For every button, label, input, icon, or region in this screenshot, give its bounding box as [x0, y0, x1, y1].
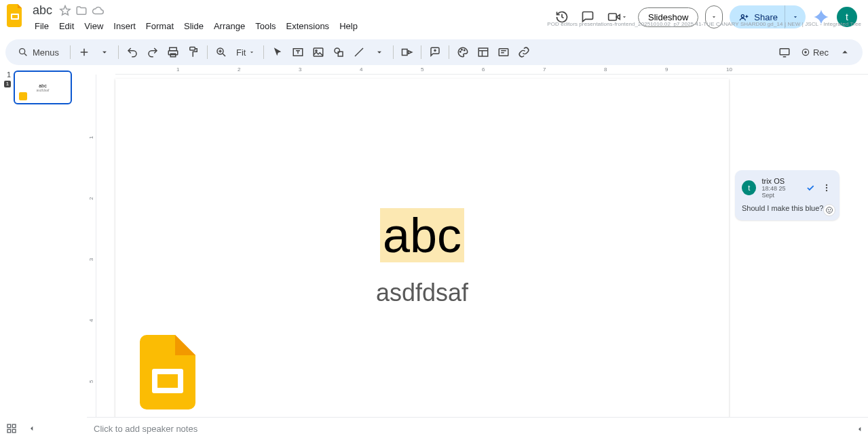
menu-help[interactable]: Help: [335, 19, 362, 33]
grid-view-icon[interactable]: [4, 421, 19, 436]
line-dropdown[interactable]: [370, 43, 389, 62]
star-icon[interactable]: [59, 5, 71, 17]
comment-timestamp: 18:48 25 Sept: [761, 185, 799, 199]
svg-rect-32: [7, 424, 11, 428]
canvas-area: 1 2 3 4 5 6 7 8 9 10 1 2 3 4 5 abc asdfd…: [87, 65, 868, 440]
svg-point-12: [316, 50, 317, 52]
horizontal-ruler: 1 2 3 4 5 6 7 8 9 10: [115, 65, 868, 75]
menu-tools[interactable]: Tools: [250, 19, 280, 33]
slide-title-text: abc: [380, 208, 464, 262]
collapse-filmstrip-icon[interactable]: [24, 421, 39, 436]
link-button[interactable]: [514, 43, 533, 62]
theme-button[interactable]: [494, 43, 513, 62]
toolbar: Menus Fit Rec: [5, 39, 863, 65]
redo-button[interactable]: [143, 43, 162, 62]
build-info: POD editors presentations-frontend_20251…: [547, 21, 861, 27]
menu-slide[interactable]: Slide: [179, 19, 208, 33]
svg-point-16: [460, 52, 461, 53]
transition-button[interactable]: [398, 43, 417, 62]
svg-rect-15: [402, 49, 408, 56]
select-tool[interactable]: [268, 43, 287, 62]
titlebar: abc File Edit View Insert Format Slide A…: [0, 0, 868, 39]
collapse-toolbar-icon[interactable]: [835, 43, 854, 62]
svg-rect-21: [780, 49, 789, 55]
svg-point-4: [20, 49, 25, 54]
svg-rect-1: [12, 15, 18, 18]
zoom-label: Fit: [236, 47, 246, 58]
workspace: 1 1 abc asdfdsaf 1 2 3 4 5 6 7 8 9 10 1 …: [0, 65, 868, 440]
svg-point-3: [742, 15, 744, 18]
menu-file[interactable]: File: [30, 19, 54, 33]
search-menus[interactable]: Menus: [11, 44, 66, 60]
svg-rect-19: [479, 48, 489, 56]
svg-point-30: [828, 209, 829, 210]
resolve-comment-icon[interactable]: [804, 182, 816, 194]
slide-panel: 1 1 abc asdfdsaf: [0, 65, 87, 440]
svg-rect-8: [190, 47, 195, 51]
comment-author: trix OS: [761, 177, 799, 185]
new-slide-button[interactable]: [75, 43, 94, 62]
new-slide-dropdown[interactable]: [95, 43, 114, 62]
background-button[interactable]: [453, 43, 472, 62]
rec-label: Rec: [813, 47, 829, 58]
slides-logo-icon[interactable]: [7, 4, 24, 27]
image-tool[interactable]: [309, 43, 328, 62]
svg-rect-33: [12, 424, 16, 428]
slide-title-box[interactable]: abc: [115, 207, 729, 263]
svg-rect-2: [609, 14, 617, 20]
rec-button[interactable]: Rec: [797, 46, 833, 59]
thumb-logo-icon: [19, 92, 27, 100]
thumb-subtitle: asdfdsaf: [37, 88, 50, 92]
svg-rect-34: [7, 429, 11, 433]
undo-button[interactable]: [123, 43, 142, 62]
svg-point-31: [830, 209, 831, 210]
svg-rect-25: [157, 374, 178, 388]
textbox-tool[interactable]: [288, 43, 307, 62]
print-button[interactable]: [164, 43, 183, 62]
slides-icon-image[interactable]: [140, 335, 195, 409]
menu-extensions[interactable]: Extensions: [282, 19, 335, 33]
comment-card[interactable]: t trix OS 18:48 25 Sept Should I make th…: [735, 170, 839, 220]
svg-point-17: [461, 49, 463, 51]
menu-insert[interactable]: Insert: [109, 19, 140, 33]
svg-point-27: [826, 187, 827, 188]
slide-subtitle-box[interactable]: asdfdsaf: [115, 279, 729, 307]
menu-view[interactable]: View: [79, 19, 108, 33]
comment-text: Should I make this blue?: [742, 204, 833, 212]
svg-point-23: [804, 51, 807, 54]
comment-menu-icon[interactable]: [820, 182, 833, 194]
move-folder-icon[interactable]: [75, 5, 88, 17]
svg-rect-35: [12, 429, 16, 433]
slide-number: 1: [0, 71, 11, 79]
emoji-react-icon[interactable]: [823, 204, 835, 216]
menus-label: Menus: [33, 47, 59, 58]
svg-point-18: [464, 49, 466, 51]
svg-point-29: [827, 207, 833, 214]
thumb-title: abc: [39, 83, 46, 88]
slide-canvas[interactable]: abc asdfdsaf: [115, 79, 729, 424]
svg-point-28: [826, 190, 827, 191]
slide-thumbnail-1[interactable]: abc asdfdsaf: [14, 71, 72, 104]
zoom-level[interactable]: Fit: [232, 46, 259, 59]
comment-button[interactable]: [426, 43, 445, 62]
paint-format-button[interactable]: [184, 43, 203, 62]
menu-bar: File Edit View Insert Format Slide Arran…: [30, 19, 362, 33]
cloud-status-icon[interactable]: [92, 5, 104, 17]
layout-button[interactable]: [474, 43, 493, 62]
menu-format[interactable]: Format: [141, 19, 178, 33]
menu-edit[interactable]: Edit: [54, 19, 79, 33]
line-tool[interactable]: [350, 43, 369, 62]
shape-tool[interactable]: [329, 43, 348, 62]
zoom-tool[interactable]: [212, 43, 231, 62]
comment-avatar: t: [742, 180, 756, 195]
show-sidepanel-icon[interactable]: [854, 424, 867, 436]
speaker-notes[interactable]: Click to add speaker notes: [87, 417, 868, 440]
svg-point-13: [335, 48, 340, 54]
comment-marker-icon[interactable]: 1: [4, 81, 11, 87]
apps-script-icon[interactable]: [775, 43, 794, 62]
doc-title[interactable]: abc: [30, 3, 55, 18]
svg-point-26: [826, 184, 827, 186]
vertical-ruler: 1 2 3 4 5: [87, 75, 96, 440]
menu-arrange[interactable]: Arrange: [209, 19, 250, 33]
title-column: abc File Edit View Insert Format Slide A…: [30, 3, 362, 33]
